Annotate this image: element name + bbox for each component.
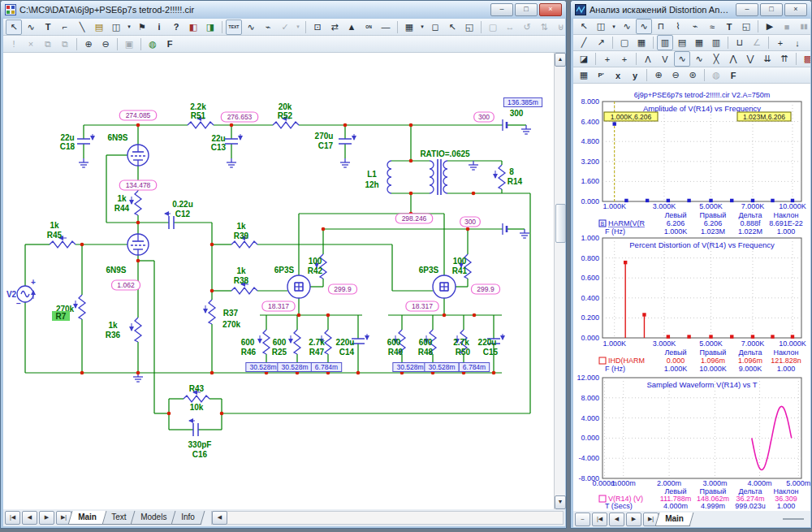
zoom-out-icon[interactable]: ⊖ — [667, 67, 684, 83]
border-toggle-icon[interactable]: ◻ — [427, 19, 443, 35]
component-label[interactable]: 300 — [510, 109, 524, 118]
pin-display-icon[interactable]: ⌁ — [260, 19, 276, 35]
tag-horizontal-icon[interactable]: ⇓ — [806, 35, 810, 50]
prev-curve-icon[interactable]: ∿ — [691, 51, 707, 67]
component-label[interactable]: R50 — [456, 348, 471, 357]
component-label[interactable]: 8 — [509, 167, 514, 176]
analysis-window[interactable]: Анализ искажений Distortion Analysis – □… — [570, 0, 812, 529]
component-label[interactable]: 6P3S — [419, 266, 439, 275]
component-label[interactable]: 100 — [309, 257, 322, 266]
table-row-label[interactable]: HARM(V(R — [608, 219, 645, 227]
component-label[interactable]: R39 — [234, 231, 249, 240]
properties-icon[interactable]: ◱ — [738, 19, 754, 34]
component-label[interactable]: R46 — [241, 348, 257, 357]
component-label[interactable]: R14 — [508, 177, 523, 186]
wire-tool-icon[interactable]: ∿ — [23, 19, 39, 35]
grid-icon[interactable]: ▦ — [576, 67, 592, 83]
help-mode-icon[interactable]: ? — [168, 19, 184, 35]
component-label[interactable]: R45 — [47, 231, 63, 240]
component-label[interactable]: 20k — [279, 102, 292, 111]
component-label[interactable]: 600 — [419, 338, 433, 347]
nav--icon[interactable]: |◀ — [592, 513, 607, 526]
nav--icon[interactable]: – — [575, 513, 590, 526]
select-graph-icon[interactable]: ∿ — [636, 19, 652, 34]
globe-help-icon[interactable]: ◍ — [145, 37, 161, 52]
table-row-label[interactable]: IHD(HARM — [608, 357, 645, 365]
properties-icon[interactable]: ◱ — [461, 19, 477, 35]
data-point[interactable] — [642, 313, 646, 316]
data-point[interactable] — [791, 199, 794, 202]
cursor-x-icon[interactable]: x — [610, 67, 626, 83]
data-point[interactable] — [709, 199, 712, 202]
component-label[interactable]: 22u — [211, 134, 225, 143]
add-tag-icon[interactable]: + — [772, 35, 788, 50]
data-point[interactable] — [751, 199, 754, 202]
component-label[interactable]: 100 — [453, 257, 467, 266]
component-label[interactable]: 1k — [50, 221, 59, 230]
data-points-icon[interactable]: ◪ — [576, 51, 592, 67]
cursor-left-icon[interactable]: + — [599, 51, 615, 67]
data-point[interactable] — [646, 199, 649, 202]
text-layer-toggle[interactable]: TEXT — [226, 19, 242, 35]
hscroll-left-icon[interactable]: ◀ — [212, 511, 227, 525]
data-point[interactable] — [791, 335, 794, 338]
zoom-in-icon[interactable]: ⊕ — [650, 67, 667, 83]
table-row-label[interactable]: T (Secs) — [605, 502, 633, 510]
region-enable-icon[interactable]: ◧ — [185, 19, 201, 35]
component-label[interactable]: C17 — [318, 141, 334, 150]
component-label[interactable]: 270u — [315, 132, 334, 141]
component-label[interactable]: 0.22u — [172, 200, 193, 209]
flip-icon[interactable]: ⇅ — [536, 19, 552, 35]
pause-button[interactable]: ▮▮ — [796, 19, 810, 34]
component-label[interactable]: R25 — [272, 348, 287, 357]
arrow-draw-icon[interactable]: ↗ — [593, 35, 609, 50]
measure-mode-icon[interactable]: ≈ — [704, 19, 720, 34]
component-label[interactable]: 1k — [108, 321, 118, 330]
grid-dropdown[interactable]: ▾ — [418, 19, 426, 35]
component-label[interactable]: R42 — [308, 266, 323, 275]
lead-display-icon[interactable]: — — [378, 19, 394, 35]
data-point[interactable] — [667, 335, 670, 338]
data-point[interactable] — [730, 199, 733, 202]
tab-main[interactable]: Main — [68, 511, 107, 525]
run-button[interactable]: ▶ — [762, 19, 778, 34]
data-point[interactable] — [624, 261, 627, 264]
component-label[interactable]: 220u — [336, 338, 355, 347]
color-toggle-icon[interactable]: ◨ — [202, 19, 218, 35]
schematic-titlebar[interactable]: C:\MC9\DATA\6j9p+PSE6p7s tetrod-2!!!!!.c… — [1, 1, 566, 18]
rotate-icon[interactable]: ↺ — [519, 19, 535, 35]
high-icon[interactable]: ⋀ — [725, 51, 741, 67]
node-voltages-icon[interactable]: ⇄ — [326, 19, 343, 35]
component-label-selected[interactable]: R7 — [56, 312, 67, 321]
component-label[interactable]: 600 — [387, 338, 401, 347]
line-tool-icon[interactable]: ╲ — [74, 19, 90, 35]
analysis-close-button[interactable]: × — [784, 3, 807, 16]
clear-error-icon[interactable]: × — [23, 37, 39, 52]
maximize-button[interactable]: □ — [515, 3, 538, 16]
line-draw-icon[interactable]: ╱ — [576, 35, 592, 50]
component-label[interactable]: 12h — [365, 180, 378, 189]
component-label[interactable]: 220u — [478, 338, 497, 347]
component-label[interactable]: R38 — [234, 276, 249, 285]
cursor-mode-icon[interactable]: ↖ — [444, 19, 460, 35]
component-label[interactable]: C18 — [60, 142, 76, 151]
data-point[interactable] — [613, 122, 616, 125]
ortho-wire-icon[interactable]: ⌐ — [57, 19, 73, 35]
component-label[interactable]: 2.7k — [309, 338, 325, 347]
check-icon[interactable]: ✓ — [277, 19, 293, 35]
slope-icon[interactable]: ∠ — [749, 35, 765, 50]
panel-horizontal-icon[interactable]: ▤ — [674, 35, 690, 50]
global-high-icon[interactable]: ⇈ — [776, 51, 793, 67]
zoom-window-icon[interactable]: ⊛ — [685, 67, 701, 83]
intersect-icon[interactable]: ╳ — [708, 51, 724, 67]
component-label[interactable]: R43 — [189, 384, 205, 393]
scope-mode-icon[interactable]: ∿ — [619, 19, 635, 34]
data-point[interactable] — [771, 199, 774, 202]
component-label[interactable]: R41 — [452, 266, 468, 275]
component-label[interactable]: C14 — [339, 348, 355, 357]
analog-view-icon[interactable]: ∿ — [243, 19, 259, 35]
tag-vertical-icon[interactable]: ↓ — [789, 35, 806, 50]
cursor-right-icon[interactable]: + — [616, 51, 633, 67]
select-tool-icon[interactable]: ↖ — [576, 19, 592, 34]
component-label[interactable]: R51 — [191, 111, 206, 120]
